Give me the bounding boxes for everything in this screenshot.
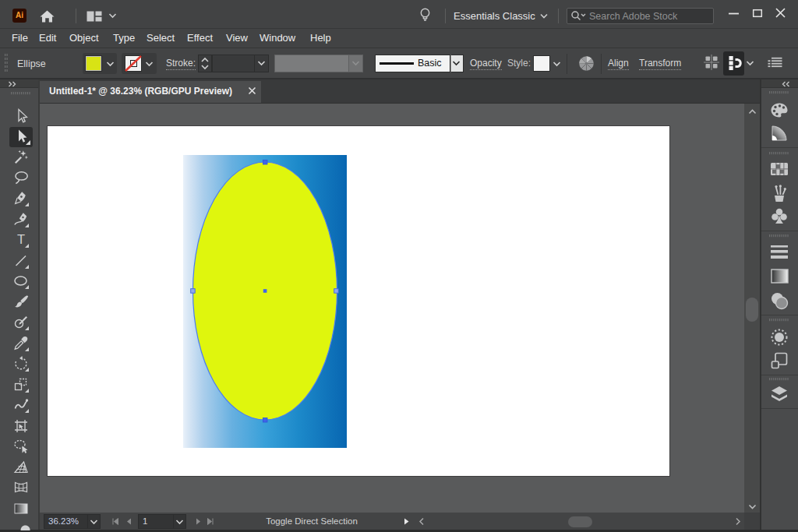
svg-text:T: T [17, 232, 25, 246]
